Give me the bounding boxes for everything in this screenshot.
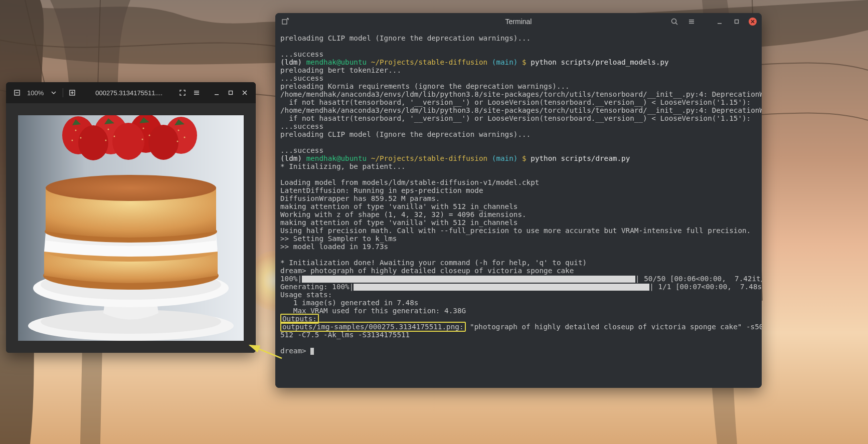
svg-point-39 — [672, 19, 676, 24]
svg-rect-41 — [689, 21, 694, 22]
svg-rect-5 — [194, 91, 199, 92]
maximize-icon[interactable] — [732, 17, 742, 27]
zoom-level-label: 100% — [24, 89, 47, 97]
svg-rect-44 — [735, 20, 739, 24]
close-icon[interactable] — [749, 18, 757, 26]
svg-point-28 — [72, 140, 73, 141]
svg-point-23 — [78, 125, 108, 160]
search-icon[interactable] — [669, 17, 679, 27]
svg-rect-42 — [689, 23, 694, 24]
image-viewer-titlebar[interactable]: 100% 000275.3134175511.... — [6, 82, 256, 103]
svg-point-35 — [178, 130, 180, 131]
zoom-out-icon[interactable] — [10, 86, 24, 100]
svg-rect-8 — [215, 94, 219, 95]
svg-rect-7 — [194, 94, 199, 95]
minimize-icon[interactable] — [715, 17, 725, 27]
svg-rect-40 — [689, 20, 694, 21]
svg-rect-43 — [718, 23, 722, 24]
svg-point-24 — [112, 123, 144, 160]
svg-point-29 — [108, 129, 109, 130]
svg-point-33 — [149, 135, 150, 136]
close-icon[interactable] — [238, 86, 252, 100]
svg-point-30 — [114, 136, 115, 137]
svg-rect-4 — [72, 91, 73, 94]
image-viewer-body — [6, 103, 256, 353]
svg-point-36 — [184, 137, 186, 138]
svg-rect-38 — [282, 20, 287, 24]
svg-point-18 — [46, 175, 216, 201]
svg-rect-1 — [16, 92, 19, 93]
fullscreen-icon[interactable] — [176, 86, 190, 100]
hamburger-menu-icon[interactable] — [190, 86, 204, 100]
svg-point-25 — [148, 125, 179, 160]
generated-cake-image[interactable] — [18, 115, 244, 341]
minimize-icon[interactable] — [210, 86, 224, 100]
maximize-icon[interactable] — [224, 86, 238, 100]
new-tab-icon[interactable] — [280, 17, 290, 27]
terminal-output[interactable]: preloading CLIP model (Ignore the deprec… — [275, 30, 762, 388]
svg-point-27 — [80, 137, 82, 139]
svg-point-34 — [142, 139, 143, 140]
image-viewer-window: 100% 000275.3134175511.... — [6, 82, 256, 353]
terminal-window: Terminal preloading CLIP model (Ignore t… — [275, 13, 762, 388]
hamburger-menu-icon[interactable] — [686, 17, 697, 27]
svg-point-32 — [143, 128, 144, 129]
svg-point-26 — [75, 130, 77, 131]
zoom-in-icon[interactable] — [65, 86, 79, 100]
svg-point-37 — [177, 141, 179, 142]
terminal-titlebar[interactable]: Terminal — [275, 13, 762, 30]
zoom-dropdown-icon[interactable] — [47, 86, 61, 100]
image-viewer-title: 000275.3134175511.... — [84, 89, 173, 97]
svg-point-31 — [105, 140, 107, 141]
svg-rect-9 — [229, 91, 233, 95]
svg-rect-6 — [194, 92, 199, 93]
